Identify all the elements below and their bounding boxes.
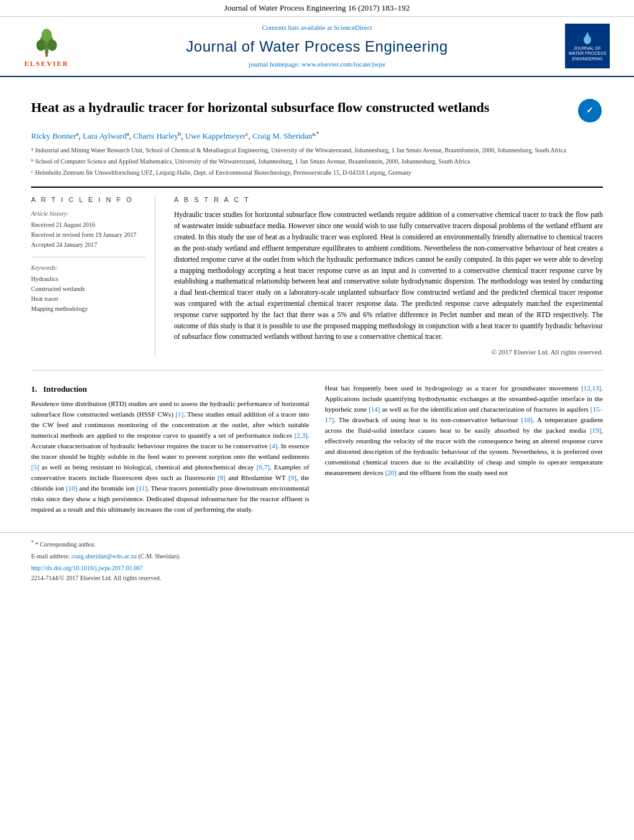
author-charis[interactable]: Charis Harley [133, 131, 178, 141]
doi-link[interactable]: http://dx.doi.org/10.1016/j.jwpe.2017.01… [31, 564, 603, 573]
author-craig[interactable]: Craig M. Sheridan [252, 131, 312, 141]
crossmark-icon: ✓ [578, 99, 602, 122]
keyword-1: Hydraulics [31, 275, 145, 284]
keyword-2: Constructed wetlands [31, 285, 145, 293]
author-lara[interactable]: Lara Aylward [83, 131, 127, 141]
affiliation-c: ᶜ Helmholtz Zentrum für Umweltforschung … [31, 168, 603, 177]
svg-marker-7 [584, 32, 590, 39]
article-info-column: A R T I C L E I N F O Article history: R… [31, 195, 155, 358]
abstract-column: A B S T R A C T Hydraulic tracer studies… [174, 195, 603, 358]
article-title-section: Heat as a hydraulic tracer for horizonta… [31, 99, 603, 124]
journal-logo-box: JOURNAL OFWATER PROCESSENGINEERING [565, 24, 610, 68]
intro-section-num: 1. Introduction [31, 383, 310, 395]
elsevier-logo: ELSEVIER [19, 24, 75, 68]
top-bar: Journal of Water Process Engineering 16 … [0, 0, 634, 17]
svg-rect-5 [45, 52, 48, 57]
author-ricky[interactable]: Ricky Bonner [31, 131, 76, 141]
contents-line: Contents lists available at ScienceDirec… [75, 23, 559, 32]
revised-date: Received in revised form 19 January 2017 [31, 231, 145, 239]
corresponding-note: * * Corresponding author. [31, 539, 603, 549]
affiliation-b: ᵇ School of Computer Science and Applied… [31, 157, 603, 166]
journal-title-center: Contents lists available at ScienceDirec… [75, 23, 559, 69]
article-footer: * * Corresponding author. E-mail address… [0, 532, 634, 588]
keywords-box: Keywords: Hydraulics Constructed wetland… [31, 264, 145, 313]
author-uwe[interactable]: Uwe Kappelmeyer [185, 131, 246, 141]
intro-para-2: Heat has frequently been used in hydroge… [325, 383, 604, 478]
journal-logo-right: JOURNAL OFWATER PROCESSENGINEERING [559, 24, 615, 68]
svg-point-3 [48, 40, 57, 51]
journal-reference: Journal of Water Process Engineering 16 … [224, 3, 410, 12]
keyword-4: Mapping methodology [31, 305, 145, 313]
received-date: Received 21 August 2016 [31, 221, 145, 229]
main-content: Heat as a hydraulic tracer for horizonta… [0, 77, 634, 533]
keyword-3: Heat tracer [31, 295, 145, 303]
elsevier-tree-icon [28, 24, 65, 58]
abstract-copyright: © 2017 Elsevier Ltd. All rights reserved… [174, 348, 603, 357]
intro-para-1: Residence time distribution (RTD) studie… [31, 399, 310, 515]
article-info-heading: A R T I C L E I N F O [31, 195, 145, 205]
journal-header: ELSEVIER Contents lists available at Sci… [0, 17, 634, 76]
svg-point-2 [37, 40, 46, 51]
article-info-abstract-section: A R T I C L E I N F O Article history: R… [31, 187, 603, 358]
homepage-line: journal homepage: www.elsevier.com/locat… [75, 60, 559, 69]
wpe-logo-text: JOURNAL OFWATER PROCESSENGINEERING [569, 46, 607, 62]
article-history-box: Article history: Received 21 August 2016… [31, 210, 145, 257]
keywords-label: Keywords: [31, 264, 145, 272]
history-label: Article history: [31, 210, 145, 218]
affiliations: ᵃ Industrial and Mining Water Research U… [31, 145, 603, 177]
body-left-column: 1. Introduction Residence time distribut… [31, 383, 310, 520]
corresponding-email[interactable]: craig.sheridan@wits.ac.za [71, 553, 137, 560]
abstract-heading: A B S T R A C T [174, 195, 603, 205]
homepage-url[interactable]: www.elsevier.com/locate/jwpe [301, 60, 385, 68]
accepted-date: Accepted 24 January 2017 [31, 241, 145, 249]
journal-main-title: Journal of Water Process Engineering [75, 36, 559, 57]
section-divider [31, 370, 603, 371]
crossmark-badge[interactable]: ✓ [578, 99, 603, 124]
svg-point-4 [42, 29, 52, 41]
elsevier-label: ELSEVIER [24, 59, 69, 68]
sciencedirect-link[interactable]: ScienceDirect [334, 24, 372, 31]
article-title: Heat as a hydraulic tracer for horizonta… [31, 99, 569, 117]
email-line: E-mail address: craig.sheridan@wits.ac.z… [31, 552, 603, 561]
affiliation-a: ᵃ Industrial and Mining Water Research U… [31, 145, 603, 155]
abstract-text: Hydraulic tracer studies for horizontal … [174, 210, 603, 343]
body-right-column: Heat has frequently been used in hydroge… [325, 383, 604, 520]
body-section: 1. Introduction Residence time distribut… [31, 383, 603, 520]
wpe-logo-icon [579, 31, 596, 45]
issn-line: 2214-7144/© 2017 Elsevier Ltd. All right… [31, 574, 603, 583]
authors: Ricky Bonnera, Lara Aylwarda, Charis Har… [31, 130, 603, 142]
